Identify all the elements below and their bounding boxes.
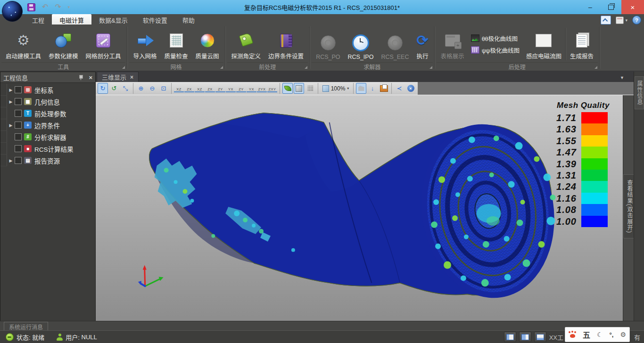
window-controls: – × — [580, 0, 644, 14]
tab-em-computation[interactable]: 电磁计算 — [52, 14, 91, 24]
ime-fullhalf-moon-icon[interactable]: ☾ — [597, 331, 603, 338]
rcs-ipo-button[interactable]: RCS_IPO — [344, 26, 378, 62]
quality-contour-button[interactable]: 质量云图 — [192, 26, 223, 62]
zoom-level-select[interactable]: 100% ▾ — [321, 83, 351, 94]
shaded-mode-icon[interactable] — [282, 83, 293, 94]
help-icon[interactable]: ? — [632, 16, 641, 24]
tab-project[interactable]: 工程 — [25, 14, 52, 24]
tab-3d-display[interactable]: 三维显示 × — [97, 72, 139, 82]
pan-tool-icon[interactable]: ⤡ — [120, 83, 131, 94]
tree-checkbox[interactable] — [15, 133, 22, 140]
snapshot-folder-icon[interactable] — [379, 83, 389, 94]
view-results-tab[interactable]: 查看结果(双击展开) — [623, 174, 634, 238]
view-orientation-button[interactable]: ZYX — [257, 84, 267, 92]
view-orientation-button[interactable]: ZY — [215, 84, 225, 92]
view-orientation-button[interactable]: ZY — [236, 84, 246, 92]
theta-polarization-curve-button[interactable]: θθ极化曲线图 — [471, 34, 520, 43]
legend-entry: 1.08 — [547, 204, 619, 215]
zoom-in-icon[interactable]: ⊕ — [136, 83, 146, 94]
dialog-launcher-icon[interactable] — [305, 66, 307, 69]
tab-software-settings[interactable]: 软件设置 — [135, 14, 175, 24]
tree-item[interactable]: ▶ + 边界条件 — [0, 119, 95, 131]
view-orientation-button[interactable]: YX — [226, 84, 236, 92]
tree-checkbox[interactable] — [15, 98, 22, 105]
tab-list-caret-icon[interactable]: ▼ — [620, 75, 624, 80]
view-orientation-button[interactable]: ZXY — [267, 84, 277, 92]
rotate-tool-icon[interactable]: ↻ — [98, 83, 108, 94]
layout-bottom-button[interactable] — [534, 332, 546, 342]
tab-data-display[interactable]: 数据&显示 — [91, 14, 135, 24]
minimize-button[interactable]: – — [580, 0, 601, 14]
legend-value: 1.63 — [547, 123, 581, 135]
import-mesh-button[interactable]: 导入网格 — [130, 26, 161, 62]
tree-item[interactable]: # 分析求解器 — [0, 131, 95, 143]
app-logo-icon[interactable] — [2, 1, 23, 22]
zoom-fit-icon[interactable]: ⊡ — [158, 83, 169, 94]
window-menu-icon[interactable] — [616, 16, 624, 24]
export-down-icon[interactable]: ↓ — [367, 83, 378, 94]
boundary-condition-button[interactable]: 边界条件设置 — [264, 26, 307, 62]
induced-current-map-button[interactable]: 感应电磁流图 — [522, 26, 565, 62]
cancel-view-icon[interactable]: × — [405, 83, 416, 94]
pin-icon[interactable] — [78, 74, 83, 80]
zoom-out-icon[interactable]: ⊖ — [147, 83, 157, 94]
tree-item[interactable]: ■ RCS计算结果 — [0, 143, 95, 155]
close-button[interactable]: × — [621, 0, 644, 14]
tree-item[interactable]: ▶ ▦ 几何信息 — [0, 96, 95, 107]
mesh-partition-tool-button[interactable]: 网格剖分工具 — [82, 26, 125, 62]
ribbon-group-mesh: 导入网格 质量检查 质量云图 网格 — [128, 24, 225, 71]
collapse-ribbon-icon[interactable] — [601, 16, 611, 24]
ime-brand-paw-icon[interactable] — [569, 331, 576, 338]
generate-report-button[interactable]: 生成报告 — [566, 26, 597, 62]
ime-settings-gear-icon[interactable]: ⚙ — [620, 331, 626, 338]
panel-close-icon[interactable]: × — [89, 74, 92, 81]
dialog-launcher-icon[interactable] — [594, 66, 597, 69]
view-orientation-button[interactable]: ZX — [184, 84, 194, 92]
tree-checkbox[interactable] — [15, 122, 22, 129]
wireframe-mode-icon[interactable] — [305, 83, 315, 94]
ime-mode-button[interactable]: 五 — [583, 329, 590, 340]
psi-polarization-curve-button[interactable]: ψψ极化曲线图 — [471, 46, 520, 55]
view-orientation-button[interactable]: YX — [247, 84, 256, 92]
legend-color-swatch — [581, 112, 608, 123]
property-info-tab[interactable]: 属性信息 — [635, 76, 644, 109]
layout-wide-button[interactable] — [519, 332, 531, 342]
flow-share-icon[interactable]: ≺ — [394, 83, 405, 94]
dialog-launcher-icon[interactable] — [220, 66, 223, 69]
tree-checkbox[interactable] — [15, 110, 22, 117]
expander-icon[interactable]: ▶ — [7, 158, 15, 163]
layout-left-button[interactable] — [504, 332, 516, 342]
legend-entry: 1.47 — [547, 147, 619, 158]
parametric-modeling-button[interactable]: 参数化建模 — [45, 26, 82, 62]
dialog-launcher-icon[interactable] — [122, 66, 125, 69]
tree-checkbox[interactable] — [15, 145, 22, 152]
viewport-tab-bar: 三维显示 × ▼ — [96, 72, 634, 82]
clip-plane-icon[interactable] — [356, 83, 366, 94]
restore-button[interactable] — [601, 0, 621, 14]
expander-icon[interactable]: ▶ — [7, 99, 15, 104]
window-menu-caret-icon[interactable]: ▾ — [625, 18, 627, 23]
launch-modeling-tool-button[interactable]: ⚙ 启动建模工具 — [2, 26, 45, 62]
expander-icon[interactable]: ▶ — [7, 123, 15, 128]
tree-item[interactable]: ▶ ⊞ 坐标系 — [0, 84, 95, 96]
ribbon-group-tools: ⚙ 启动建模工具 参数化建模 网格剖分工具 工具 — [0, 24, 127, 71]
3d-viewport[interactable]: Mesh Quality 1.71 1.63 1.55 — [96, 95, 623, 321]
tree-item[interactable]: ▶ ▤ 报告资源 — [0, 155, 95, 166]
dialog-launcher-icon[interactable] — [429, 66, 432, 69]
view-orientation-button[interactable]: XZ — [174, 84, 184, 92]
tree-item[interactable]: T 前处理参数 — [0, 107, 95, 119]
view-orientation-button[interactable]: XZ — [195, 84, 205, 92]
tree-checkbox[interactable] — [15, 86, 22, 93]
spin-tool-icon[interactable]: ↺ — [109, 83, 119, 94]
execute-button[interactable]: ⟳ 执行 — [413, 26, 432, 62]
probe-angle-button[interactable]: 探测角定义 — [228, 26, 265, 62]
tab-help[interactable]: 帮助 — [175, 14, 202, 24]
quality-check-button[interactable]: 质量检查 — [161, 26, 192, 62]
expander-icon[interactable]: ▶ — [7, 88, 15, 92]
tree-checkbox[interactable] — [15, 157, 22, 164]
system-message-tab[interactable]: 系统运行消息 — [4, 322, 48, 331]
ime-punctuation-button[interactable]: °, — [610, 331, 614, 338]
surface-mode-icon[interactable] — [294, 83, 304, 94]
view-orientation-button[interactable]: ZX — [205, 84, 215, 92]
tab-close-icon[interactable]: × — [130, 74, 133, 81]
